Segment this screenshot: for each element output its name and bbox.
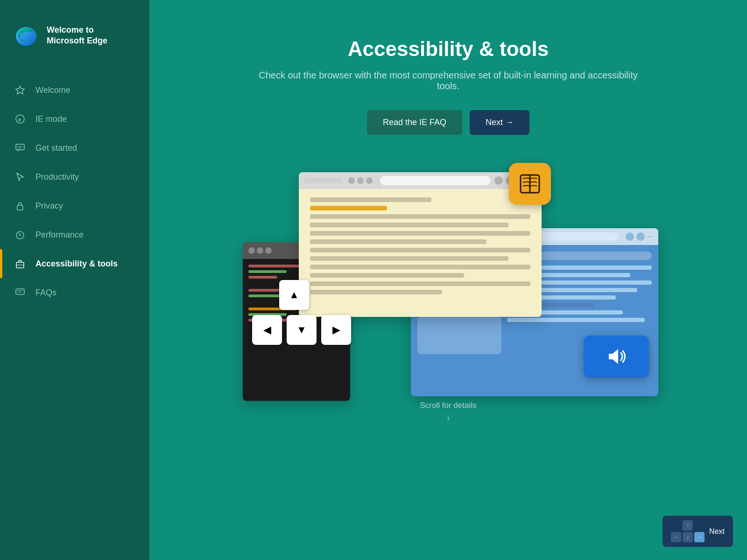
app-title: Welcome toMicrosoft Edge	[47, 25, 107, 47]
text-line	[310, 214, 530, 219]
sidebar-header: Welcome toMicrosoft Edge	[0, 0, 149, 66]
sidebar: Welcome toMicrosoft Edge Welcome e IE mo…	[0, 0, 149, 560]
sidebar-item-label: Get started	[35, 143, 77, 153]
illustration-area: ···	[238, 163, 658, 387]
reading-mode-window: ···	[299, 172, 542, 317]
nav-down-button[interactable]: ▼	[287, 315, 317, 345]
svg-rect-12	[16, 289, 24, 294]
sidebar-item-accessibility[interactable]: Accessibility & tools	[0, 249, 149, 278]
action-buttons: Read the IE FAQ Next →	[367, 110, 529, 135]
sidebar-item-label: Accessibility & tools	[35, 259, 118, 269]
reading-mode-content	[299, 189, 542, 317]
sidebar-item-performance[interactable]: Performance	[0, 220, 149, 249]
sidebar-item-privacy[interactable]: Privacy	[0, 191, 149, 220]
ie-icon: e	[14, 113, 26, 125]
chat-icon	[14, 142, 26, 154]
down-arrow-icon: ↓	[683, 532, 693, 542]
briefcase-icon	[14, 258, 26, 270]
toolbar-icon	[494, 176, 503, 185]
sidebar-item-ie-mode[interactable]: e IE mode	[0, 105, 149, 133]
speaker-icon	[584, 336, 649, 378]
book-icon	[509, 163, 551, 205]
text-line	[310, 273, 464, 278]
refresh-arrow	[265, 247, 272, 254]
right-arrow-icon[interactable]: →	[694, 532, 705, 542]
text-line	[310, 256, 508, 261]
bottom-next-button[interactable]: ↑ ← ↓ → Next	[662, 516, 733, 547]
dark-line	[248, 276, 277, 279]
text-line	[310, 290, 442, 294]
svg-rect-4	[16, 144, 24, 150]
browser-titlebar: ···	[299, 172, 542, 189]
svg-marker-1	[16, 86, 24, 94]
sidebar-item-faqs[interactable]: FAQs	[0, 278, 149, 307]
dark-line	[248, 270, 287, 273]
scroll-down-arrow: ↓	[446, 413, 451, 422]
svg-rect-7	[17, 205, 23, 210]
sidebar-item-get-started[interactable]: Get started	[0, 133, 149, 162]
text-line	[310, 239, 486, 244]
sidebar-item-label: Privacy	[35, 201, 63, 211]
scroll-hint: Scroll for details ↓	[420, 401, 477, 422]
svg-text:e: e	[18, 117, 21, 122]
sidebar-navigation: Welcome e IE mode Get started Productivi…	[0, 76, 149, 307]
sidebar-item-welcome[interactable]: Welcome	[0, 76, 149, 105]
scroll-up-button[interactable]: ▲	[279, 280, 309, 310]
sidebar-item-label: FAQs	[35, 288, 56, 298]
text-line	[310, 281, 530, 286]
sidebar-item-productivity[interactable]: Productivity	[0, 162, 149, 191]
address-bar	[380, 176, 491, 185]
sidebar-item-label: IE mode	[35, 114, 67, 124]
browser-tab	[304, 178, 342, 183]
sidebar-item-label: Performance	[35, 230, 84, 240]
nav-left-button[interactable]: ◀	[252, 315, 282, 345]
cursor-icon	[14, 171, 26, 183]
faq-button[interactable]: Read the IE FAQ	[367, 110, 462, 135]
nav-arrows	[248, 247, 272, 254]
arrow-row-top: ↑	[671, 520, 705, 531]
svg-point-9	[20, 235, 21, 236]
text-line	[310, 265, 530, 269]
nav-arrow-group: ↑ ← ↓ →	[671, 520, 705, 542]
text-line	[310, 248, 530, 252]
scroll-hint-text: Scroll for details	[420, 401, 477, 410]
highlighted-text	[310, 206, 387, 210]
faq-icon	[14, 287, 26, 299]
page-title: Accessibility & tools	[348, 37, 549, 61]
text-line	[310, 223, 508, 227]
next-button[interactable]: Next →	[470, 110, 529, 135]
dark-line	[248, 294, 282, 297]
edge-logo-icon	[14, 23, 38, 48]
sidebar-item-label: Welcome	[35, 85, 70, 95]
sidebar-item-label: Productivity	[35, 172, 79, 182]
bottom-next-label: Next	[709, 527, 725, 536]
blue-line	[507, 318, 645, 322]
speedometer-icon	[14, 229, 26, 241]
up-arrow-icon: ↑	[683, 520, 693, 531]
left-arrow-icon: ←	[671, 532, 681, 542]
star-icon	[14, 84, 26, 96]
arrow-row-bottom: ← ↓ →	[671, 532, 705, 542]
nav-right-button[interactable]: ▶	[321, 315, 351, 345]
nav-controls: ◀ ▼ ▶	[252, 315, 351, 345]
main-content: Accessibility & tools Check out the brow…	[149, 0, 747, 560]
forward-arrow	[257, 247, 263, 254]
page-subtitle: Check out the browser with the most comp…	[247, 70, 649, 91]
back-arrow	[248, 247, 255, 254]
lock-icon	[14, 200, 26, 212]
text-line	[310, 231, 530, 236]
text-line	[310, 197, 431, 202]
